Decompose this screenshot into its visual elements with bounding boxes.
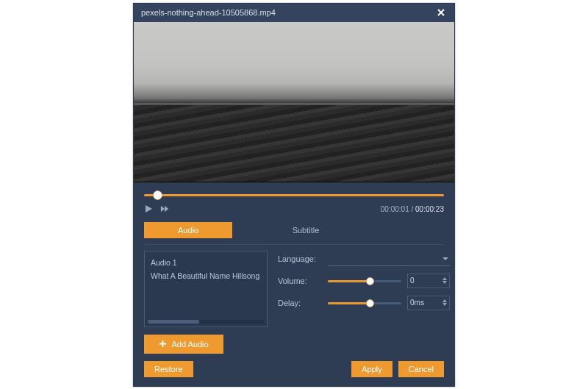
delay-spinner[interactable]: 0ms <box>407 296 450 310</box>
play-button[interactable] <box>144 204 153 215</box>
chevron-down-icon[interactable] <box>442 281 447 284</box>
current-time: 00:00:01 <box>381 205 409 213</box>
time-display: 00:00:01 / 00:00:23 <box>381 205 444 213</box>
chevron-up-icon[interactable] <box>442 299 447 302</box>
volume-slider[interactable] <box>328 276 401 285</box>
language-dropdown[interactable] <box>328 252 450 266</box>
volume-value: 0 <box>410 276 415 285</box>
video-preview <box>134 22 454 182</box>
language-label: Language: <box>278 254 322 263</box>
list-item[interactable]: What A Beautiful Name Hillsong <box>151 269 261 282</box>
delay-label: Delay: <box>278 299 322 307</box>
volume-label: Volume: <box>278 276 322 285</box>
add-audio-button[interactable]: Add Audio <box>144 335 223 354</box>
plus-icon <box>159 340 167 348</box>
cancel-button[interactable]: Cancel <box>398 361 444 377</box>
tab-bar: Audio Subtitle <box>144 222 444 238</box>
chevron-up-icon[interactable] <box>442 277 447 280</box>
fast-forward-icon <box>160 204 169 213</box>
chevron-down-icon <box>442 256 448 262</box>
delay-slider[interactable] <box>328 299 401 307</box>
duration-time: 00:00:23 <box>415 205 444 213</box>
titlebar-filename: pexels-nothing-ahead-10505868.mp4 <box>141 8 276 17</box>
apply-button[interactable]: Apply <box>351 361 392 377</box>
restore-button[interactable]: Restore <box>144 361 193 377</box>
tab-audio[interactable]: Audio <box>144 222 232 238</box>
seek-slider[interactable] <box>144 190 444 200</box>
audio-track-list[interactable]: Audio 1 What A Beautiful Name Hillsong <box>144 251 268 327</box>
audio-editor-window: pexels-nothing-ahead-10505868.mp4 00:00:… <box>133 3 455 387</box>
seek-thumb[interactable] <box>153 190 162 200</box>
audio-panel: Audio 1 What A Beautiful Name Hillsong L… <box>144 244 444 327</box>
delay-value: 0ms <box>410 299 424 307</box>
fast-forward-button[interactable] <box>160 204 169 215</box>
add-audio-label: Add Audio <box>171 340 208 349</box>
list-item[interactable]: Audio 1 <box>151 256 261 269</box>
dialog-footer: Restore Apply Cancel <box>134 354 454 386</box>
chevron-down-icon[interactable] <box>442 303 447 306</box>
play-icon <box>144 204 153 213</box>
horizontal-scrollbar[interactable] <box>148 320 264 324</box>
tab-subtitle[interactable]: Subtitle <box>262 222 350 238</box>
close-icon <box>437 9 445 16</box>
audio-settings: Language: Volume: 0 De <box>278 251 450 327</box>
player-controls: 00:00:01 / 00:00:23 <box>134 182 454 219</box>
close-button[interactable] <box>435 7 447 18</box>
titlebar: pexels-nothing-ahead-10505868.mp4 <box>134 4 454 23</box>
volume-spinner[interactable]: 0 <box>407 274 450 288</box>
